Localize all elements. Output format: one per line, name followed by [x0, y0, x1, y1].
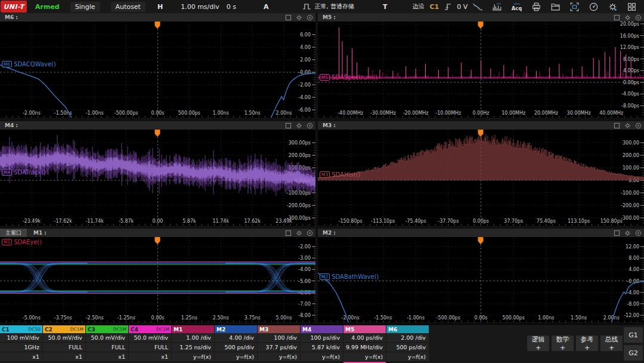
- svg-text:300.00: 300.00: [623, 140, 639, 146]
- plot-m2[interactable]: 12.008.004.00-0.00-4.00-8.00-12.00-2.00n…: [318, 237, 644, 322]
- panel-checkbox-icon[interactable]: [285, 14, 292, 21]
- trace-label-m5[interactable]: M5SDASpectrum(): [320, 74, 377, 81]
- apps-icon[interactable]: [627, 2, 637, 12]
- printer-icon[interactable]: [531, 2, 541, 12]
- panel-checkbox-icon[interactable]: [614, 230, 620, 236]
- panel-m1-title: M1 :: [31, 230, 49, 236]
- settings-icon[interactable]: [608, 2, 618, 12]
- trigger-label: T: [383, 3, 388, 11]
- svg-text:10.00MHz: 10.00MHz: [501, 110, 525, 116]
- trigger-source[interactable]: C1: [429, 3, 439, 11]
- channel-card-row-0: 2.00 /div: [386, 333, 429, 343]
- channel-card-C3[interactable]: C3DC1M50.0 mV/divFULLx1: [86, 325, 128, 362]
- panel-close-icon[interactable]: [306, 14, 313, 21]
- acquire-label: A: [264, 3, 269, 11]
- channel-card-M1[interactable]: M11.00 /div1.25 ns/divy=f(x): [172, 325, 214, 362]
- single-button[interactable]: Single: [70, 2, 100, 12]
- channel-card-row-0: 4.00 /div: [215, 333, 257, 343]
- panel-settings-icon[interactable]: [296, 14, 302, 21]
- svg-text:75.40ps: 75.40ps: [537, 219, 556, 224]
- panel-settings-icon[interactable]: [624, 122, 631, 129]
- channel-card-M4[interactable]: M4100 ps/div5.87 k/divy=f(x): [301, 325, 343, 362]
- panel-settings-icon[interactable]: [624, 230, 631, 236]
- panel-m4-header: M4 :: [0, 121, 315, 130]
- channel-card-M5[interactable]: M54.00 ps/div9.99 MHz/divy=f(x): [343, 325, 386, 362]
- plot-m4[interactable]: 300.00ps200.00ps100.00ps0.00ps-100.00ps-…: [0, 130, 315, 226]
- svg-text:11.74k: 11.74k: [213, 219, 230, 224]
- channel-card-C1[interactable]: C1DC50100 mV/div1GHzx1: [0, 325, 42, 362]
- trigger-type[interactable]: 边沿: [412, 2, 424, 11]
- panel-m5-header: M5 :: [318, 13, 644, 21]
- panel-checkbox-icon[interactable]: [614, 122, 620, 129]
- channel-card-row-2: y=f(x): [301, 352, 343, 362]
- panel-settings-icon[interactable]: [296, 122, 302, 129]
- channel-card-row-2: x1: [86, 352, 128, 362]
- channel-card-M2[interactable]: M24.00 /div500 ps/divy=f(x): [215, 325, 257, 362]
- channel-card-row-1: 1.25 ns/div: [172, 343, 214, 352]
- channel-card-header: C4DC1M: [129, 325, 171, 333]
- trace-label-m1[interactable]: M1SDAEye(): [2, 239, 42, 245]
- ref-add-button[interactable]: 参考+: [576, 336, 598, 351]
- svg-text:-5.00ns: -5.00ns: [23, 315, 41, 321]
- gauge-icon[interactable]: [589, 2, 599, 12]
- panel-m6-title: M6 :: [2, 14, 20, 20]
- timebase-value[interactable]: 1.00 ms/div: [181, 3, 219, 11]
- svg-text:16.00ps: 16.00ps: [620, 33, 639, 39]
- svg-text:4.00: 4.00: [300, 45, 311, 50]
- fft-icon[interactable]: FFT: [492, 2, 502, 12]
- trend-icon[interactable]: [473, 2, 483, 12]
- display-icon[interactable]: [569, 2, 580, 12]
- channel-coupling: DC50: [28, 327, 41, 332]
- trace-label-m4[interactable]: M4SDATrack(): [2, 169, 46, 176]
- panel-close-icon[interactable]: [306, 230, 313, 236]
- panel-settings-icon[interactable]: [624, 14, 631, 21]
- g1-button[interactable]: G1: [624, 327, 643, 343]
- bottombar: C1DC50100 mV/div1GHzx1C2DC1M50.0 mV/divF…: [0, 324, 644, 363]
- channel-id: C1: [2, 327, 10, 333]
- bus-add-button[interactable]: 总线+: [600, 336, 623, 351]
- channel-card-M3[interactable]: M3100 /div37.7 ps/divy=f(x): [258, 325, 300, 362]
- svg-text:150.80ps: 150.80ps: [600, 219, 623, 224]
- main-window-tab[interactable]: 主窗口: [0, 229, 27, 237]
- panel-m1-header: 主窗口 M1 :: [0, 229, 315, 237]
- trace-name: SDASpectrum(): [332, 74, 377, 81]
- logic-add-button[interactable]: 逻辑+: [527, 336, 549, 351]
- acquire-ultra-icon[interactable]: ultraAcq: [511, 2, 522, 12]
- panel-m3: M3 : 300.00200.00100.000.00-100.00-200.0…: [318, 121, 644, 226]
- panel-close-icon[interactable]: [635, 14, 642, 21]
- trigger-level[interactable]: 0 V: [457, 3, 467, 11]
- svg-text:-1.50ns: -1.50ns: [374, 315, 392, 321]
- svg-text:-30.00MHz: -30.00MHz: [370, 110, 396, 116]
- horizontal-delay-value[interactable]: 0 s: [227, 3, 236, 11]
- trace-label-m2[interactable]: M2SDABathWave(): [320, 273, 379, 280]
- panel-checkbox-icon[interactable]: [285, 230, 292, 236]
- folder-icon[interactable]: [550, 2, 561, 12]
- panel-m4-title: M4 :: [2, 122, 20, 128]
- autoset-button[interactable]: Autoset: [111, 2, 145, 12]
- channel-card-M6[interactable]: M62.00 /div500 ps/divy=f(x): [386, 325, 429, 362]
- g2-button[interactable]: G2: [624, 345, 643, 361]
- panel-close-icon[interactable]: [306, 122, 313, 129]
- panel-close-icon[interactable]: [635, 122, 642, 129]
- plot-m3[interactable]: 300.00200.00100.000.00-100.00-200.00-300…: [318, 130, 644, 226]
- acquire-mode[interactable]: 正常, 普通存储: [315, 2, 354, 11]
- panel-checkbox-icon[interactable]: [614, 14, 620, 21]
- trace-name: SDAHist(): [332, 171, 360, 178]
- channel-card-C4[interactable]: C4DC1M50.0 mV/divFULLx1: [129, 325, 171, 362]
- panel-m3-header: M3 :: [318, 121, 644, 130]
- panel-close-icon[interactable]: [635, 230, 642, 236]
- svg-text:100.00: 100.00: [623, 165, 639, 171]
- plot-m1[interactable]: -2.00-3.00-4.00-5.00-6.00-7.00-8.00-5.00…: [0, 237, 315, 322]
- channel-id: C4: [131, 327, 138, 333]
- svg-text:1.00ns: 1.00ns: [538, 315, 554, 321]
- panel-checkbox-icon[interactable]: [285, 122, 292, 129]
- plot-m6[interactable]: 6.004.002.00-0.00-2.00-4.00-6.00-2.00ns-…: [0, 21, 315, 118]
- trace-label-m3[interactable]: M3SDAHist(): [320, 171, 360, 178]
- plot-m5[interactable]: 20.00ps16.00ps12.00ps8.00ps4.00ps0.00ps-…: [318, 21, 644, 118]
- trace-label-m6[interactable]: M6SDACQWave(): [2, 61, 56, 67]
- rising-edge-icon[interactable]: [444, 2, 452, 11]
- math-add-button[interactable]: 数学+: [552, 336, 574, 351]
- panel-settings-icon[interactable]: [296, 230, 302, 236]
- channel-card-C2[interactable]: C2DC1M50.0 mV/divFULLx1: [43, 325, 85, 362]
- svg-text:-0.00: -0.00: [627, 279, 639, 284]
